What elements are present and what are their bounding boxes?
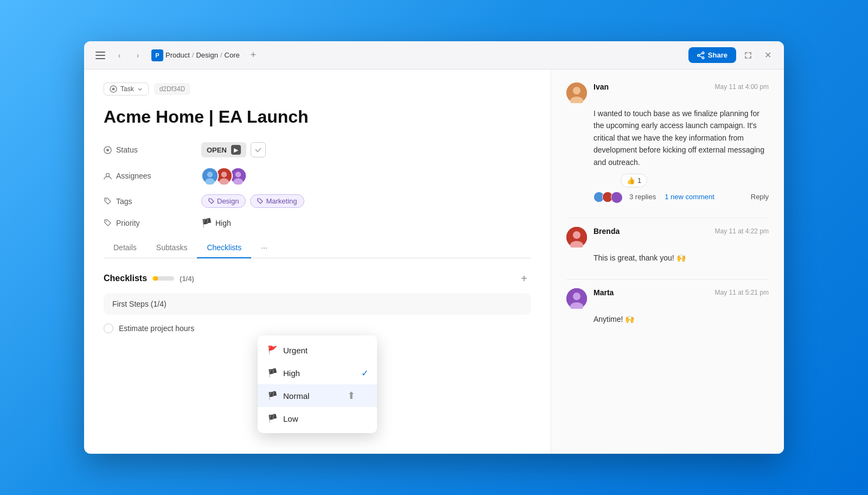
marta-name: Marta [593, 288, 614, 297]
breadcrumb-app-icon: P [151, 49, 163, 61]
priority-option-urgent[interactable]: 🚩 Urgent [258, 339, 377, 361]
tags-field-label: Tags [104, 197, 201, 206]
back-btn[interactable]: ‹ [112, 48, 126, 62]
task-id: d2Df34D [154, 83, 190, 95]
svg-point-5 [702, 56, 704, 59]
task-type-badge[interactable]: Task [104, 82, 149, 96]
status-arrow: ▶ [231, 145, 241, 155]
comment-ivan: Ivan May 11 at 4:00 pm I wanted to touch… [566, 82, 769, 202]
divider-1 [566, 218, 769, 218]
replies-count: 3 replies [629, 193, 656, 201]
checklists-progress-count: (1/4) [180, 275, 194, 283]
replies-info: 3 replies [593, 192, 656, 202]
browser-window: ‹ › P Product / Design / Core + [84, 41, 784, 454]
ivan-reaction-count: 1 [637, 176, 641, 185]
ivan-text: I wanted to touch base as we finalize pl… [593, 107, 769, 168]
right-panel: Ivan May 11 at 4:00 pm I wanted to touch… [551, 69, 784, 454]
share-label: Share [708, 51, 727, 59]
add-checklist-btn[interactable]: + [517, 271, 531, 285]
marta-text: Anytime! 🙌 [593, 313, 769, 325]
tab-details[interactable]: Details [104, 238, 146, 258]
priority-row: Priority 🏴 High [104, 218, 531, 228]
divider-2 [566, 279, 769, 280]
brenda-time: May 11 at 4:22 pm [715, 227, 769, 235]
normal-flag-icon: 🏴 [267, 391, 278, 401]
checklist-card: First Steps (1/4) [104, 293, 531, 315]
ivan-name: Ivan [593, 82, 609, 91]
status-field-label: Status [104, 145, 201, 154]
task-type-label: Task [120, 85, 134, 93]
sidebar-toggle-btn[interactable] [93, 48, 108, 63]
checklist-item-check[interactable] [104, 323, 113, 333]
checklists-section-title: Checklists (1/4) + [104, 271, 531, 285]
low-flag-icon: 🏴 [267, 414, 278, 423]
svg-rect-2 [95, 58, 105, 59]
priority-option-high[interactable]: 🏴 High ✓ [258, 361, 377, 384]
svg-point-14 [207, 172, 213, 178]
avatar-marta [566, 288, 587, 309]
avatar-1 [201, 167, 219, 185]
reply-avatar-3 [611, 192, 622, 202]
tag-marketing[interactable]: Marketing [250, 194, 304, 208]
priority-value[interactable]: 🏴 High [201, 218, 231, 228]
tags-row: Tags Design Marketing [104, 194, 531, 208]
assignees-field-label: Assignees [104, 172, 201, 180]
svg-point-4 [698, 54, 700, 56]
marta-meta: Marta May 11 at 5:21 pm [593, 288, 769, 297]
urgent-flag-icon: 🚩 [267, 345, 278, 355]
assignees-list[interactable] [201, 167, 244, 185]
checklists-progress-bar [152, 276, 174, 281]
status-badge[interactable]: OPEN ▶ [201, 142, 246, 157]
svg-point-20 [235, 172, 241, 178]
main-content: Task d2Df34D Acme Home | EA Launch Statu… [84, 69, 784, 454]
ivan-reply-btn[interactable]: Reply [751, 193, 769, 201]
new-tab-btn[interactable]: + [246, 48, 260, 62]
priority-option-low[interactable]: 🏴 Low [258, 407, 377, 430]
brenda-name: Brenda [593, 227, 620, 236]
cursor-icon: ⬆ [347, 390, 355, 402]
svg-point-11 [106, 149, 109, 151]
comment-ivan-header: Ivan May 11 at 4:00 pm [566, 82, 769, 103]
browser-toolbar: ‹ › P Product / Design / Core + [84, 41, 784, 69]
tab-subtasks[interactable]: Subtasks [146, 238, 197, 258]
assignees-row: Assignees [104, 167, 531, 185]
share-button[interactable]: Share [688, 47, 736, 63]
status-row: Status OPEN ▶ [104, 142, 531, 157]
comment-brenda-header: Brenda May 11 at 4:22 pm [566, 227, 769, 248]
ivan-reaction-btn[interactable]: 👍 1 [621, 174, 647, 187]
high-selected-check: ✓ [361, 368, 368, 378]
svg-point-23 [106, 221, 107, 222]
svg-rect-0 [95, 52, 105, 53]
ivan-time: May 11 at 4:00 pm [715, 83, 769, 91]
status-check-btn[interactable] [251, 142, 266, 157]
svg-point-9 [112, 88, 115, 91]
svg-point-17 [221, 172, 227, 178]
comment-marta: Marta May 11 at 5:21 pm Anytime! 🙌 [566, 288, 769, 325]
toolbar-right: Share ✕ [688, 47, 775, 63]
svg-rect-1 [95, 55, 105, 56]
task-title: Acme Home | EA Launch [104, 106, 531, 127]
avatar-brenda [566, 227, 587, 248]
forward-btn[interactable]: › [131, 48, 145, 62]
close-btn[interactable]: ✕ [760, 48, 775, 63]
svg-line-7 [699, 55, 702, 57]
tag-design[interactable]: Design [201, 194, 246, 208]
left-panel: Task d2Df34D Acme Home | EA Launch Statu… [84, 69, 551, 454]
ivan-meta: Ivan May 11 at 4:00 pm [593, 82, 769, 91]
svg-point-29 [611, 192, 622, 203]
svg-point-12 [106, 173, 110, 176]
svg-point-3 [702, 52, 704, 54]
maximize-btn[interactable] [741, 48, 756, 63]
priority-option-normal[interactable]: 🏴 Normal ⬆ [258, 384, 377, 407]
new-comment-badge[interactable]: 1 new comment [665, 193, 714, 201]
high-flag-icon: 🏴 [267, 368, 278, 378]
avatar-ivan [566, 82, 587, 103]
task-header: Task d2Df34D [104, 82, 531, 96]
svg-point-22 [106, 199, 107, 200]
brenda-meta: Brenda May 11 at 4:22 pm [593, 227, 769, 236]
tab-more[interactable]: ··· [251, 238, 277, 258]
breadcrumb: P Product / Design / Core [151, 49, 240, 61]
tab-checklists[interactable]: Checklists [197, 238, 251, 258]
ivan-comment-footer: 3 replies 1 new comment Reply [593, 192, 769, 202]
priority-field-label: Priority [104, 219, 201, 227]
